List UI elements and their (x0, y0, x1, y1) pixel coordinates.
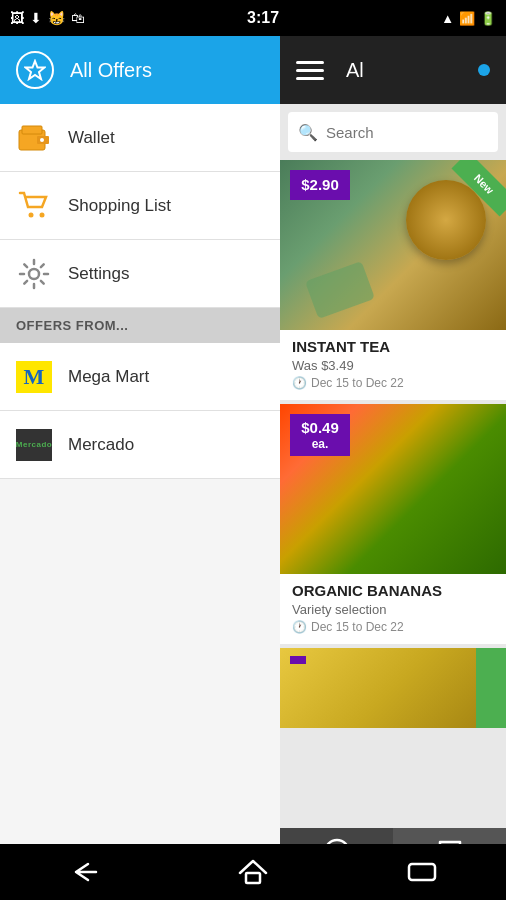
sidebar: All Offers Wallet (0, 36, 280, 900)
svg-point-5 (29, 212, 34, 217)
mercado-label: Mercado (68, 435, 134, 455)
status-time: 3:17 (247, 9, 279, 27)
search-icon: 🔍 (298, 123, 318, 142)
banana-date: 🕐 Dec 15 to Dec 22 (292, 620, 494, 634)
all-offers-icon (16, 51, 54, 89)
tea-price: $2.90 (301, 176, 339, 193)
product-card-bananas: $0.49 ea. ORGANIC BANANAS Variety select… (280, 404, 506, 644)
hamburger-line-2 (296, 69, 324, 72)
offers-from-header: OFFERS FROM... (0, 308, 280, 343)
banana-was: Variety selection (292, 602, 494, 617)
mercado-text: Mercado (16, 440, 52, 449)
tea-date-text: Dec 15 to Dec 22 (311, 376, 404, 390)
sidebar-item-mega-mart[interactable]: Mega Mart (0, 343, 280, 411)
status-icons-right: ▲ 📶 🔋 (441, 11, 496, 26)
svg-rect-10 (246, 873, 260, 883)
wifi-icon: ▲ (441, 11, 454, 26)
wallet-icon (16, 120, 52, 156)
notification-dot (478, 64, 490, 76)
cat-icon: 😸 (48, 10, 65, 26)
tea-name: INSTANT TEA (292, 338, 494, 355)
hamburger-line-3 (296, 77, 324, 80)
svg-marker-0 (26, 61, 45, 79)
third-product-image (280, 648, 506, 728)
sidebar-item-settings[interactable]: Settings (0, 240, 280, 308)
products-scroll: New $2.90 INSTANT TEA Was $3.49 🕐 Dec 15… (280, 160, 506, 828)
green-stripe (476, 648, 506, 728)
new-ribbon: New (451, 160, 506, 217)
svg-point-7 (29, 269, 39, 279)
search-bar[interactable]: 🔍 (288, 112, 498, 152)
offers-from-label: OFFERS FROM... (16, 318, 128, 333)
banana-date-text: Dec 15 to Dec 22 (311, 620, 404, 634)
all-offers-header[interactable]: All Offers (0, 36, 280, 104)
product-info-bananas: ORGANIC BANANAS Variety selection 🕐 Dec … (280, 574, 506, 644)
bag-icon: 🛍 (71, 10, 85, 26)
status-bar: 🖼 ⬇ 😸 🛍 3:17 ▲ 📶 🔋 (0, 0, 506, 36)
recents-button[interactable] (397, 854, 447, 890)
hamburger-line-1 (296, 61, 324, 64)
banana-price-line1: $0.49 (298, 419, 342, 437)
mega-mart-icon (16, 359, 52, 395)
right-panel: Al 🔍 New $2.90 INSTANT TEA Was $3.49 (280, 36, 506, 900)
right-header-title: Al (346, 59, 462, 82)
clock-icon-tea: 🕐 (292, 376, 307, 390)
banana-name: ORGANIC BANANAS (292, 582, 494, 599)
sidebar-item-mercado[interactable]: Mercado Mercado (0, 411, 280, 479)
wallet-label: Wallet (68, 128, 115, 148)
gear-icon (16, 256, 52, 292)
banana-price-line2: ea. (298, 437, 342, 451)
home-button[interactable] (228, 854, 278, 890)
gallery-icon: 🖼 (10, 10, 24, 26)
product-info-tea: INSTANT TEA Was $3.49 🕐 Dec 15 to Dec 22 (280, 330, 506, 400)
price-badge-tea: $2.90 (290, 170, 350, 200)
nav-bar (0, 844, 506, 900)
signal-icon: 📶 (459, 11, 475, 26)
svg-rect-2 (22, 126, 42, 134)
shopping-list-label: Shopping List (68, 196, 171, 216)
right-header: Al (280, 36, 506, 104)
sidebar-item-wallet[interactable]: Wallet (0, 104, 280, 172)
search-input[interactable] (326, 124, 488, 141)
status-icons-left: 🖼 ⬇ 😸 🛍 (10, 10, 85, 26)
clock-icon-banana: 🕐 (292, 620, 307, 634)
product-card-instant-tea: New $2.90 INSTANT TEA Was $3.49 🕐 Dec 15… (280, 160, 506, 400)
svg-rect-11 (409, 864, 435, 880)
mega-mart-label: Mega Mart (68, 367, 149, 387)
battery-icon: 🔋 (480, 11, 496, 26)
tea-date: 🕐 Dec 15 to Dec 22 (292, 376, 494, 390)
svg-point-4 (40, 138, 44, 142)
third-price-badge (290, 656, 306, 664)
back-button[interactable] (59, 854, 109, 890)
svg-point-6 (40, 212, 45, 217)
main-layout: All Offers Wallet (0, 36, 506, 900)
shopping-cart-icon (16, 188, 52, 224)
download-icon: ⬇ (30, 10, 42, 26)
sidebar-item-shopping-list[interactable]: Shopping List (0, 172, 280, 240)
tea-was: Was $3.49 (292, 358, 494, 373)
settings-label: Settings (68, 264, 129, 284)
all-offers-label: All Offers (70, 59, 152, 82)
hamburger-button[interactable] (292, 51, 330, 89)
price-badge-bananas: $0.49 ea. (290, 414, 350, 456)
mercado-icon: Mercado (16, 427, 52, 463)
product-card-third (280, 648, 506, 728)
